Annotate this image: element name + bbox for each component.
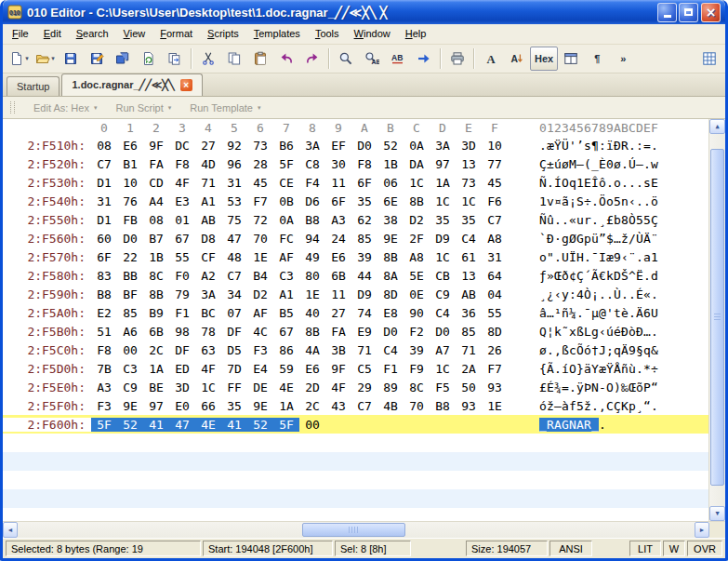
ascii-cell[interactable]: U: [562, 250, 569, 264]
ascii-cell[interactable]: r: [584, 213, 591, 227]
byte-cell[interactable]: DF: [221, 325, 247, 339]
byte-cell[interactable]: 11: [325, 287, 351, 301]
byte-cell[interactable]: C4: [430, 306, 456, 320]
ascii-cell[interactable]: 5: [614, 194, 621, 208]
ascii-cell[interactable]: /: [629, 232, 636, 246]
byte-cell[interactable]: 08: [91, 139, 117, 153]
ascii-cell[interactable]: ;: [606, 343, 614, 357]
run-template-dropdown[interactable]: Run Template ▾: [190, 102, 260, 114]
byte-cell[interactable]: 2C: [299, 399, 325, 413]
ascii-cell[interactable]: [606, 418, 614, 432]
byte-cell[interactable]: 2F: [404, 232, 430, 246]
byte-cell[interactable]: A4: [143, 194, 169, 208]
ascii-cell[interactable]: ñ: [562, 306, 569, 320]
ascii-cell[interactable]: ‹: [621, 250, 629, 264]
byte-cell[interactable]: 85: [117, 306, 143, 320]
ascii-cell[interactable]: ù: [629, 362, 636, 376]
byte-cell[interactable]: 4A: [299, 343, 325, 357]
ascii-cell[interactable]: .: [584, 250, 591, 264]
byte-cell[interactable]: F5: [430, 381, 456, 394]
ascii-cell[interactable]: ,: [554, 343, 562, 357]
ascii-cell[interactable]: .: [591, 213, 599, 227]
ascii-cell[interactable]: c: [569, 343, 576, 357]
byte-cell[interactable]: 97: [430, 157, 456, 171]
byte-cell[interactable]: 26: [482, 343, 508, 357]
byte-cell[interactable]: A6: [117, 325, 143, 339]
byte-cell[interactable]: [377, 418, 404, 432]
ascii-cell[interactable]: Ð: [636, 325, 643, 339]
byte-cell[interactable]: 1C: [195, 381, 221, 394]
ascii-cell[interactable]: Ñ: [539, 213, 547, 227]
byte-cell[interactable]: DC: [169, 139, 195, 153]
ascii-cell[interactable]: 5: [576, 399, 584, 413]
byte-cell[interactable]: 1E: [482, 399, 508, 413]
ascii-cell[interactable]: .: [636, 194, 643, 208]
byte-cell[interactable]: 9E: [247, 399, 273, 413]
byte-cell[interactable]: 53: [221, 194, 247, 208]
ascii-cell[interactable]: Š: [621, 269, 629, 283]
horizontal-scroll-track[interactable]: [18, 522, 695, 538]
byte-cell[interactable]: D2: [404, 213, 430, 227]
byte-cell[interactable]: 1E: [247, 250, 273, 264]
byte-cell[interactable]: D0: [117, 232, 143, 246]
horizontal-scrollbar[interactable]: ◄ ►: [3, 521, 725, 538]
ascii-cell[interactable]: …: [643, 325, 651, 339]
ascii-cell[interactable]: o: [539, 250, 547, 264]
byte-cell[interactable]: [456, 418, 482, 432]
byte-cell[interactable]: FA: [325, 325, 351, 339]
scroll-up-icon[interactable]: ▲: [709, 119, 725, 134]
ascii-cell[interactable]: H: [576, 250, 584, 264]
byte-cell[interactable]: 1A: [143, 362, 169, 376]
ascii-cell[interactable]: o: [606, 194, 614, 208]
byte-cell[interactable]: 4F: [325, 381, 351, 394]
ascii-cell[interactable]: è: [621, 306, 629, 320]
byte-cell[interactable]: 6F: [325, 194, 351, 208]
byte-cell[interactable]: 78: [195, 325, 221, 339]
byte-cell[interactable]: 1C: [456, 194, 482, 208]
ascii-cell[interactable]: Ÿ: [606, 362, 614, 376]
ascii-cell[interactable]: b: [614, 213, 621, 227]
byte-cell[interactable]: FA: [143, 157, 169, 171]
ascii-cell[interactable]: .: [629, 287, 636, 301]
ascii-cell[interactable]: .: [629, 176, 636, 190]
ascii-cell[interactable]: N: [569, 418, 576, 432]
byte-cell[interactable]: BC: [195, 306, 221, 320]
byte-cell[interactable]: B8: [91, 287, 117, 301]
menu-item-edit[interactable]: Edit: [36, 25, 69, 43]
byte-cell[interactable]: 92: [221, 139, 247, 153]
byte-cell[interactable]: EF: [325, 139, 351, 153]
ascii-cell[interactable]: ü: [591, 232, 599, 246]
ascii-cell[interactable]: à: [562, 399, 569, 413]
byte-cell[interactable]: CB: [430, 269, 456, 283]
ascii-cell[interactable]: .: [621, 287, 629, 301]
byte-cell[interactable]: C7: [91, 157, 117, 171]
ascii-cell[interactable]: ž: [547, 399, 554, 413]
byte-cell[interactable]: 01: [169, 213, 195, 227]
byte-cell[interactable]: 4E: [273, 381, 299, 394]
byte-cell[interactable]: 31: [482, 250, 508, 264]
ascii-cell[interactable]: ’: [576, 139, 584, 153]
byte-cell[interactable]: 39: [351, 250, 377, 264]
ascii-cell[interactable]: ¾: [554, 381, 562, 394]
ascii-cell[interactable]: “: [643, 399, 651, 413]
ascii-cell[interactable]: q: [569, 176, 576, 190]
byte-cell[interactable]: 29: [351, 381, 377, 394]
byte-cell[interactable]: 00: [299, 418, 325, 432]
byte-cell[interactable]: 2A: [456, 362, 482, 376]
ascii-cell[interactable]: ¿: [547, 287, 554, 301]
font-size-button[interactable]: A: [504, 47, 530, 71]
ascii-cell[interactable]: [614, 418, 621, 432]
ascii-cell[interactable]: ´: [584, 269, 591, 283]
ascii-cell[interactable]: .: [606, 287, 614, 301]
ascii-cell[interactable]: 8: [621, 213, 629, 227]
byte-cell[interactable]: 30: [325, 157, 351, 171]
save-all-button[interactable]: [110, 47, 136, 71]
ascii-cell[interactable]: .: [554, 362, 562, 376]
byte-cell[interactable]: F3: [91, 399, 117, 413]
tab-close-icon[interactable]: ×: [180, 79, 192, 91]
byte-cell[interactable]: B9: [143, 306, 169, 320]
ascii-cell[interactable]: .: [629, 139, 636, 153]
byte-cell[interactable]: 5E: [404, 269, 430, 283]
export-button[interactable]: [162, 47, 188, 71]
byte-cell[interactable]: CD: [143, 176, 169, 190]
